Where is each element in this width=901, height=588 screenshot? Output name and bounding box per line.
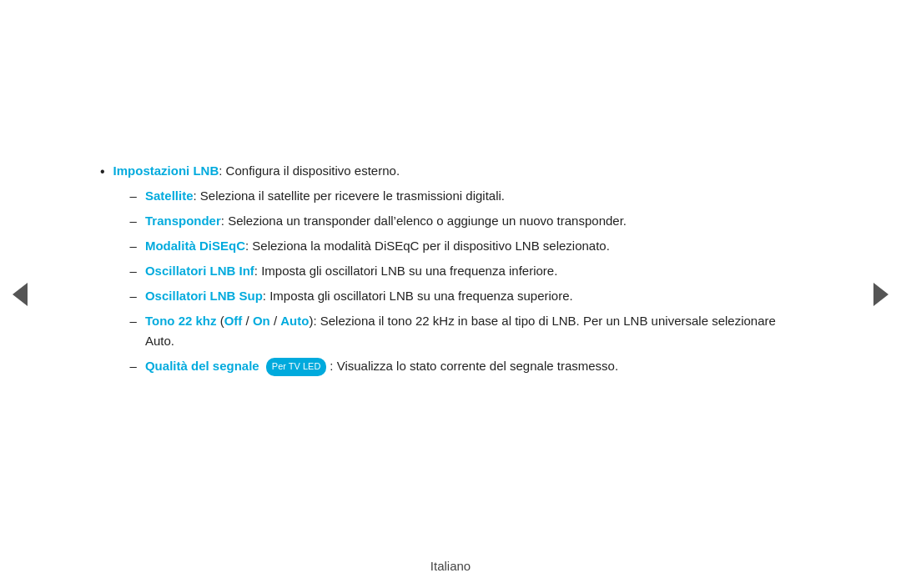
sub-item-content: Modalità DiSEqC: Seleziona la modalità D… bbox=[145, 236, 610, 256]
dash-icon: – bbox=[130, 311, 137, 331]
tono-off: Off bbox=[224, 314, 243, 328]
sub-desc-transponder: : Seleziona un transponder dall’elenco o… bbox=[221, 214, 627, 228]
list-item: – Satellite: Seleziona il satellite per … bbox=[130, 186, 801, 206]
tono-on: On bbox=[253, 314, 270, 328]
dash-icon: – bbox=[130, 261, 137, 281]
content-area: • Impostazioni LNB: Configura il disposi… bbox=[0, 0, 901, 549]
nav-arrow-left[interactable] bbox=[13, 283, 28, 306]
sub-term-satellite: Satellite bbox=[145, 188, 194, 203]
sub-desc-diseqc: : Seleziona la modalità DiSEqC per il di… bbox=[245, 239, 610, 253]
list-item: – Modalità DiSEqC: Seleziona la modalità… bbox=[130, 236, 801, 256]
main-list: • Impostazioni LNB: Configura il disposi… bbox=[100, 161, 801, 388]
sub-term-qualita: Qualità del segnale bbox=[145, 359, 259, 373]
sub-item-content: Oscillatori LNB Sup: Imposta gli oscilla… bbox=[145, 286, 573, 306]
sub-term-diseqc: Modalità DiSEqC bbox=[145, 239, 245, 253]
sub-term-tono: Tono 22 khz bbox=[145, 314, 217, 328]
list-item: – Oscillatori LNB Inf: Imposta gli oscil… bbox=[130, 261, 801, 281]
tono-sep2: / bbox=[270, 314, 281, 328]
main-item-content: Impostazioni LNB: Configura il dispositi… bbox=[113, 161, 801, 381]
list-item: – Oscillatori LNB Sup: Imposta gli oscil… bbox=[130, 286, 801, 306]
sub-desc-satellite: : Seleziona il satellite per ricevere le… bbox=[193, 188, 505, 203]
sub-term-transponder: Transponder bbox=[145, 214, 221, 228]
sub-item-content: Oscillatori LNB Inf: Imposta gli oscilla… bbox=[145, 261, 557, 281]
bullet-icon: • bbox=[100, 161, 105, 183]
list-item: – Qualità del segnale Per TV LED: Visual… bbox=[130, 356, 801, 376]
sub-desc-lnb-inf: : Imposta gli oscillatori LNB su una fre… bbox=[254, 264, 558, 278]
sub-term-lnb-sup: Oscillatori LNB Sup bbox=[145, 289, 263, 303]
sub-desc-lnb-sup: : Imposta gli oscillatori LNB su una fre… bbox=[263, 289, 573, 303]
sub-item-content: Qualità del segnale Per TV LED: Visualiz… bbox=[145, 356, 618, 376]
list-item: – Transponder: Seleziona un transponder … bbox=[130, 211, 801, 231]
nav-arrow-right[interactable] bbox=[873, 283, 888, 306]
sub-desc-qualita: : Visualizza lo stato corrente del segna… bbox=[330, 359, 618, 373]
dash-icon: – bbox=[130, 236, 137, 256]
main-list-item: • Impostazioni LNB: Configura il disposi… bbox=[100, 161, 801, 381]
tono-sep1: / bbox=[242, 314, 253, 328]
dash-icon: – bbox=[130, 211, 137, 231]
list-item: – Tono 22 khz (Off / On / Auto): Selezio… bbox=[130, 311, 801, 351]
footer: Italiano bbox=[0, 549, 901, 588]
main-term: Impostazioni LNB bbox=[113, 163, 219, 178]
per-tv-led-badge: Per TV LED bbox=[266, 358, 327, 376]
main-description: : Configura il dispositivo esterno. bbox=[219, 163, 400, 178]
sub-item-content: Tono 22 khz (Off / On / Auto): Seleziona… bbox=[145, 311, 801, 351]
dash-icon: – bbox=[130, 186, 137, 206]
page-container: • Impostazioni LNB: Configura il disposi… bbox=[0, 0, 901, 588]
sub-item-content: Transponder: Seleziona un transponder da… bbox=[145, 211, 627, 231]
sub-term-lnb-inf: Oscillatori LNB Inf bbox=[145, 264, 254, 278]
sub-list: – Satellite: Seleziona il satellite per … bbox=[113, 186, 801, 376]
dash-icon: – bbox=[130, 286, 137, 306]
tono-auto: Auto bbox=[280, 314, 309, 328]
footer-label: Italiano bbox=[430, 559, 471, 573]
dash-icon: – bbox=[130, 356, 137, 376]
sub-item-content: Satellite: Seleziona il satellite per ri… bbox=[145, 186, 505, 206]
